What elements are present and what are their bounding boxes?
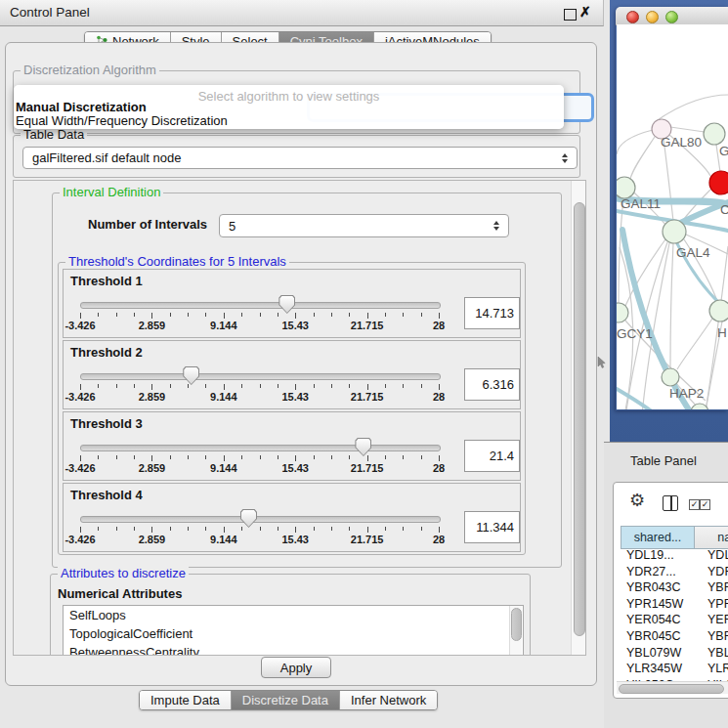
- slider-track[interactable]: [80, 373, 441, 380]
- network-canvas[interactable]: GAL80GACGAL11GAL4GCY1HHAP2: [617, 24, 728, 409]
- slider-tick-label: 9.144: [194, 391, 253, 403]
- table-cell: YER054C: [695, 612, 728, 628]
- slider-handle[interactable]: [278, 295, 295, 314]
- pane-scrollbar[interactable]: [571, 181, 586, 655]
- table-cell: YDL19...: [621, 547, 695, 564]
- slider-tick: [349, 313, 350, 317]
- slider-tick: [224, 527, 225, 533]
- threshold-value-input[interactable]: 14.713: [464, 297, 520, 329]
- column-header-shared[interactable]: shared...: [621, 526, 694, 549]
- table-horizontal-scrollbar[interactable]: [617, 681, 728, 694]
- attributes-scrollbar[interactable]: [509, 606, 522, 656]
- slider-tick: [403, 384, 404, 388]
- network-window-titlebar[interactable]: [616, 7, 728, 25]
- slider-handle[interactable]: [355, 438, 371, 456]
- checkbox-icon[interactable]: ✓: [689, 499, 700, 510]
- slider-tick: [151, 527, 152, 533]
- threshold-label: Threshold 1: [70, 274, 143, 288]
- algorithm-option-equal-width-frequency-discretization[interactable]: Equal Width/Frequency Discretization: [16, 114, 228, 128]
- table-row[interactable]: YBR043CYBR043C: [621, 579, 728, 596]
- pane-scrollbar-thumb[interactable]: [574, 202, 585, 636]
- tab-discretize-data[interactable]: Discretize Data: [232, 691, 340, 709]
- network-node-h[interactable]: [709, 300, 728, 321]
- network-node[interactable]: [691, 404, 708, 409]
- slider-track[interactable]: [80, 445, 441, 451]
- network-node-c[interactable]: [709, 171, 728, 194]
- threshold-value-input[interactable]: 6.316: [464, 368, 520, 401]
- float-window-icon[interactable]: [564, 9, 577, 21]
- slider-track[interactable]: [80, 302, 441, 309]
- attribute-item-selfloops[interactable]: SelfLoops: [64, 606, 523, 624]
- network-node-hap2[interactable]: [662, 368, 679, 386]
- gear-icon[interactable]: ⚙: [629, 490, 645, 510]
- slider-tick-label: 9.144: [194, 534, 253, 545]
- tab-impute-data[interactable]: Impute Data: [140, 691, 232, 709]
- table-row[interactable]: YER054CYER054C: [621, 612, 728, 628]
- table-row[interactable]: YBR045CYBR045C: [621, 628, 728, 645]
- slider-tick-label: 2.859: [122, 462, 181, 474]
- table-panel-section: Table Panel ⚙ ✓ ✓ shared...name YDL19...…: [604, 442, 728, 728]
- threshold-value-input[interactable]: 11.344: [464, 511, 520, 543]
- table-row[interactable]: YDR27...YDR27...: [621, 564, 728, 580]
- slider-tick: [314, 313, 315, 317]
- column-header-name[interactable]: name: [694, 526, 728, 549]
- table-cell: YBR043C: [695, 579, 728, 596]
- zoom-traffic-light-icon[interactable]: [665, 11, 678, 23]
- tab-label: Discretize Data: [242, 693, 328, 707]
- slider-tick: [314, 384, 315, 388]
- network-node-gal4[interactable]: [663, 220, 686, 243]
- table-cell: YDR27...: [621, 564, 695, 580]
- thresholds-group: Threshold's Coordinates for 5 Intervals …: [58, 262, 526, 555]
- table-row[interactable]: YBL079WYBL079W: [621, 645, 728, 662]
- slider-tick: [80, 455, 81, 461]
- slider-tick: [331, 455, 332, 459]
- slider-tick: [278, 455, 278, 459]
- algorithm-option-manual-discretization[interactable]: Manual Discretization: [16, 101, 147, 114]
- threshold-label: Threshold 3: [70, 416, 143, 431]
- slider-handle[interactable]: [183, 366, 199, 385]
- checkbox-icon[interactable]: ✓: [700, 499, 710, 510]
- table-data-group: Table Data galFiltered.sif default node: [13, 135, 580, 178]
- slider-handle[interactable]: [240, 509, 257, 528]
- attributes-scrollbar-thumb[interactable]: [511, 608, 522, 641]
- node-label: GA: [719, 144, 728, 158]
- slider-tick: [241, 384, 242, 388]
- network-window: GAL80GACGAL11GAL4GCY1HHAP2: [616, 7, 728, 410]
- table-row[interactable]: YPR145WYPR145W: [621, 596, 728, 613]
- threshold-row: Threshold 3-3.4262.8599.14415.4321.71528…: [63, 411, 521, 481]
- table-hscrollbar-thumb[interactable]: [619, 684, 724, 694]
- table-cell: YBR045C: [621, 628, 695, 645]
- attribute-item-topologicalcoefficient[interactable]: TopologicalCoefficient: [64, 624, 523, 643]
- slider-tick: [188, 455, 189, 459]
- node-label: GAL11: [621, 196, 661, 211]
- attribute-item-betweennesscentrality[interactable]: BetweennessCentrality: [64, 643, 523, 656]
- threshold-value-input[interactable]: 21.4: [464, 440, 520, 472]
- table-data-combo[interactable]: galFiltered.sif default node: [22, 147, 578, 169]
- table-cell: YBR045C: [695, 628, 728, 645]
- slider-tick: [205, 313, 206, 317]
- slider-tick-label: -3.426: [51, 462, 109, 474]
- slider-tick: [224, 455, 225, 461]
- slider-track[interactable]: [80, 516, 441, 523]
- table-cell: YLR345W: [695, 661, 728, 677]
- slider-tick: [170, 313, 171, 317]
- close-traffic-light-icon[interactable]: [626, 11, 639, 23]
- network-node-gal11[interactable]: [617, 177, 635, 198]
- minimize-traffic-light-icon[interactable]: [646, 11, 659, 23]
- network-node-gcy1[interactable]: [617, 303, 628, 322]
- apply-button[interactable]: Apply: [261, 657, 331, 678]
- slider-tick: [224, 384, 225, 390]
- tab-infer-network[interactable]: Infer Network: [340, 691, 437, 709]
- panel-title: Control Panel: [10, 5, 90, 20]
- slider-tick: [241, 455, 242, 459]
- number-of-intervals-combo[interactable]: 5: [219, 214, 509, 237]
- column-layout-icon[interactable]: [663, 495, 678, 511]
- network-node-ga[interactable]: [704, 123, 725, 145]
- table-row[interactable]: YDL19...YDL19...: [621, 547, 728, 564]
- slider-tick: [260, 384, 261, 388]
- combo-spinner-icon: [562, 153, 568, 163]
- close-icon[interactable]: ✗: [579, 4, 591, 20]
- table-row[interactable]: YLR345WYLR345W: [621, 661, 728, 677]
- attributes-list[interactable]: SelfLoopsTopologicalCoefficientBetweenne…: [63, 605, 524, 656]
- slider-tick-label: 28: [409, 320, 468, 331]
